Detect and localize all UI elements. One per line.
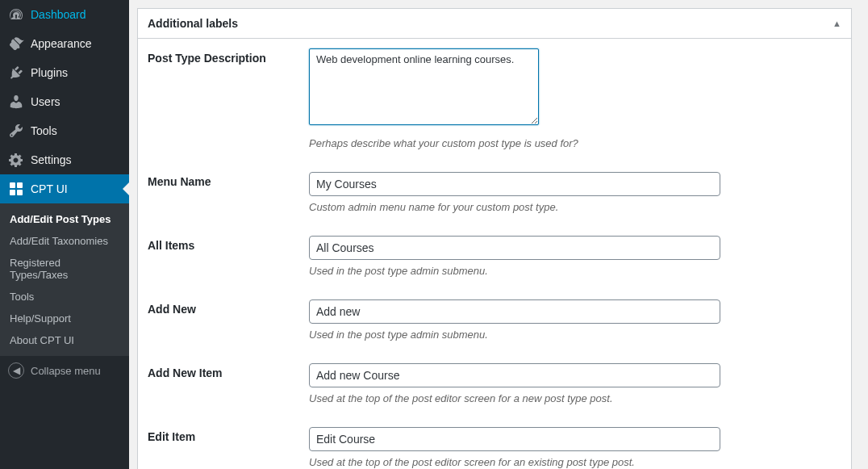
panel-body: Post Type Description Perhaps describe w… xyxy=(138,39,851,469)
users-icon xyxy=(8,94,24,110)
field-row-description: Post Type Description Perhaps describe w… xyxy=(148,48,841,149)
settings-icon xyxy=(8,152,24,168)
field-row-add-new-item: Add New Item Used at the top of the post… xyxy=(148,363,841,404)
field-control-description: Perhaps describe what your custom post t… xyxy=(309,48,720,149)
svg-rect-1 xyxy=(17,182,23,188)
sidebar-item-label: Tools xyxy=(31,124,57,137)
field-label-all-items: All Items xyxy=(148,236,309,252)
panel-title: Additional labels xyxy=(148,17,238,30)
sidebar-item-label: Dashboard xyxy=(31,8,86,21)
submenu-item-tools[interactable]: Tools xyxy=(0,286,129,308)
field-label-edit-item: Edit Item xyxy=(148,427,309,443)
all-items-input[interactable] xyxy=(309,236,720,260)
add-new-item-input[interactable] xyxy=(309,363,720,387)
sidebar-item-plugins[interactable]: Plugins xyxy=(0,58,129,87)
collapse-label: Collapse menu xyxy=(31,365,101,377)
sidebar-item-dashboard[interactable]: Dashboard xyxy=(0,0,129,29)
submenu-item-add-post-types[interactable]: Add/Edit Post Types xyxy=(0,208,129,230)
sidebar-submenu: Add/Edit Post Types Add/Edit Taxonomies … xyxy=(0,203,129,356)
field-label-add-new-item: Add New Item xyxy=(148,363,309,379)
panel-toggle-icon[interactable]: ▲ xyxy=(833,19,841,28)
description-textarea[interactable] xyxy=(309,48,539,125)
field-control-edit-item: Used at the top of the post editor scree… xyxy=(309,427,720,468)
field-help-add-new-item: Used at the top of the post editor scree… xyxy=(309,392,720,404)
sidebar-item-tools[interactable]: Tools xyxy=(0,116,129,145)
sidebar-item-label: Settings xyxy=(31,153,72,166)
collapse-menu-button[interactable]: ◀ Collapse menu xyxy=(0,356,129,385)
sidebar-item-label: Plugins xyxy=(31,66,68,79)
field-row-menu-name: Menu Name Custom admin menu name for you… xyxy=(148,172,841,213)
panel-header[interactable]: Additional labels ▲ xyxy=(138,9,851,39)
sidebar-item-label: Appearance xyxy=(31,37,92,50)
edit-item-input[interactable] xyxy=(309,427,720,451)
main-content: Additional labels ▲ Post Type Descriptio… xyxy=(129,0,868,469)
field-label-menu-name: Menu Name xyxy=(148,172,309,188)
field-control-add-new: Used in the post type admin submenu. xyxy=(309,299,720,341)
svg-rect-3 xyxy=(17,190,23,195)
tools-icon xyxy=(8,123,24,139)
field-help-menu-name: Custom admin menu name for your custom p… xyxy=(309,201,720,213)
svg-rect-0 xyxy=(10,182,15,188)
appearance-icon xyxy=(8,36,24,52)
field-control-menu-name: Custom admin menu name for your custom p… xyxy=(309,172,720,213)
submenu-item-about[interactable]: About CPT UI xyxy=(0,329,129,351)
submenu-item-help[interactable]: Help/Support xyxy=(0,308,129,329)
collapse-icon: ◀ xyxy=(8,362,24,379)
field-control-all-items: Used in the post type admin submenu. xyxy=(309,236,720,277)
field-row-add-new: Add New Used in the post type admin subm… xyxy=(148,299,841,341)
field-control-add-new-item: Used at the top of the post editor scree… xyxy=(309,363,720,404)
admin-sidebar: Dashboard Appearance Plugins Users Tools… xyxy=(0,0,129,469)
sidebar-item-users[interactable]: Users xyxy=(0,87,129,116)
field-row-edit-item: Edit Item Used at the top of the post ed… xyxy=(148,427,841,468)
sidebar-item-cptui[interactable]: CPT UI xyxy=(0,174,129,203)
field-help-all-items: Used in the post type admin submenu. xyxy=(309,265,720,277)
field-row-all-items: All Items Used in the post type admin su… xyxy=(148,236,841,277)
sidebar-item-label: CPT UI xyxy=(31,182,68,195)
sidebar-item-appearance[interactable]: Appearance xyxy=(0,29,129,58)
additional-labels-panel: Additional labels ▲ Post Type Descriptio… xyxy=(137,8,852,469)
field-label-description: Post Type Description xyxy=(148,48,309,65)
field-help-edit-item: Used at the top of the post editor scree… xyxy=(309,456,720,468)
add-new-input[interactable] xyxy=(309,299,720,324)
field-label-add-new: Add New xyxy=(148,299,309,316)
menu-name-input[interactable] xyxy=(309,172,720,196)
submenu-item-registered-types[interactable]: Registered Types/Taxes xyxy=(0,252,129,286)
sidebar-item-settings[interactable]: Settings xyxy=(0,145,129,174)
sidebar-item-label: Users xyxy=(31,95,61,108)
cptui-icon xyxy=(8,181,24,197)
field-help-add-new: Used in the post type admin submenu. xyxy=(309,329,720,341)
submenu-item-add-taxonomies[interactable]: Add/Edit Taxonomies xyxy=(0,230,129,252)
svg-rect-2 xyxy=(10,190,15,195)
field-help-description: Perhaps describe what your custom post t… xyxy=(309,137,720,149)
plugins-icon xyxy=(8,65,24,81)
dashboard-icon xyxy=(8,6,24,23)
